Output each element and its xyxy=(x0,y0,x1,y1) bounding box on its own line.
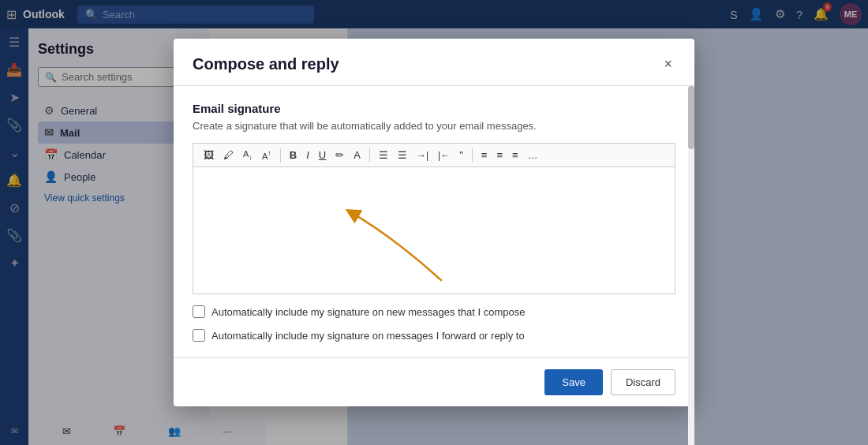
modal-footer: Save Discard xyxy=(174,357,694,406)
toolbar-indent-in[interactable]: →| xyxy=(413,148,432,163)
checkbox-row-1: Automatically include my signature on ne… xyxy=(193,305,675,318)
modal-close-button[interactable]: × xyxy=(660,53,675,76)
toolbar-font-color[interactable]: A xyxy=(350,147,365,163)
toolbar-bullets[interactable]: ☰ xyxy=(394,147,411,163)
compose-reply-modal: Compose and reply × Email signature Crea… xyxy=(174,39,694,406)
toolbar-format[interactable]: 🖊 xyxy=(219,147,238,163)
editor-area[interactable] xyxy=(193,166,675,294)
toolbar-bold[interactable]: B xyxy=(286,147,301,163)
checkbox-forward-reply[interactable] xyxy=(193,329,205,342)
modal-title: Compose and reply xyxy=(193,55,339,73)
toolbar-underline[interactable]: U xyxy=(315,147,330,163)
toolbar-italic[interactable]: I xyxy=(302,147,313,163)
toolbar-highlight[interactable]: ✏ xyxy=(331,147,348,163)
checkbox-new-messages[interactable] xyxy=(193,305,205,318)
toolbar-image[interactable]: 🖼 xyxy=(200,147,218,163)
toolbar-quote[interactable]: " xyxy=(455,147,467,163)
editor-inner[interactable] xyxy=(193,167,675,294)
checkbox-row-2: Automatically include my signature on me… xyxy=(193,329,675,342)
toolbar-sep3 xyxy=(472,148,473,163)
email-signature-desc: Create a signature that will be automati… xyxy=(193,120,675,132)
toolbar-font-up[interactable]: A↑ xyxy=(258,147,275,163)
toolbar-sep1 xyxy=(280,148,281,163)
checkbox-label-2: Automatically include my signature on me… xyxy=(211,330,525,342)
toolbar-align-right[interactable]: ≡ xyxy=(492,147,507,163)
discard-button[interactable]: Discard xyxy=(611,369,675,395)
toolbar-font-down[interactable]: A↓ xyxy=(239,147,256,163)
modal-body: Email signature Create a signature that … xyxy=(174,86,694,357)
modal-header: Compose and reply × xyxy=(174,39,694,86)
toolbar-more[interactable]: … xyxy=(524,147,542,163)
toolbar-align-left[interactable]: ☰ xyxy=(375,147,392,163)
toolbar-sep2 xyxy=(369,148,370,163)
email-signature-title: Email signature xyxy=(193,102,675,115)
modal-scrollbar[interactable] xyxy=(688,86,694,445)
toolbar-align-center[interactable]: ≡ xyxy=(477,147,492,163)
scrollbar-thumb[interactable] xyxy=(688,86,694,149)
save-button[interactable]: Save xyxy=(544,369,603,395)
checkbox-label-1: Automatically include my signature on ne… xyxy=(211,306,525,318)
modal-overlay: Compose and reply × Email signature Crea… xyxy=(0,0,868,445)
toolbar-indent-out[interactable]: |← xyxy=(434,148,454,163)
toolbar-justify[interactable]: ≡ xyxy=(508,147,522,163)
editor-toolbar: 🖼 🖊 A↓ A↑ B I U ✏ A ☰ ☰ →| |← " ≡ ≡ ≡ xyxy=(193,143,675,166)
